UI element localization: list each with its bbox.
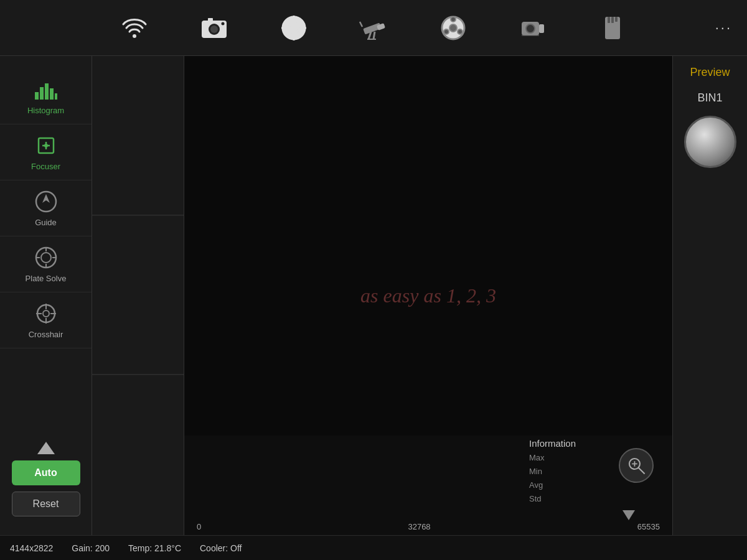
svg-point-50	[43, 310, 49, 317]
status-cooler: Cooler: Off	[200, 543, 242, 553]
chart-labels: 0 32768 65535	[184, 522, 672, 531]
plate-solve-item[interactable]: Plate Solve	[0, 236, 92, 292]
preview-label: Preview	[690, 66, 730, 79]
capture-button[interactable]	[684, 116, 736, 168]
svg-rect-33	[40, 87, 44, 100]
plate-solve-label: Plate Solve	[26, 274, 67, 283]
right-panel-bottom	[672, 436, 747, 535]
bottom-controls: Auto Reset	[0, 436, 92, 535]
more-button[interactable]: ···	[715, 20, 732, 36]
status-resolution: 4144x2822	[10, 543, 53, 553]
svg-rect-4	[208, 18, 213, 22]
svg-point-21	[451, 17, 456, 22]
svg-point-22	[458, 29, 463, 34]
status-temp: Temp: 21.8°C	[128, 543, 181, 553]
reset-button[interactable]: Reset	[12, 492, 80, 516]
viewport-watermark: as easy as 1, 2, 3	[360, 284, 496, 307]
bottom-section: Auto Reset Information Max Min Avg Std 0…	[0, 436, 747, 535]
svg-point-3	[210, 26, 218, 33]
crosshair-item[interactable]: Crosshair	[0, 292, 92, 348]
info-max: Max	[529, 451, 604, 465]
svg-point-12	[293, 26, 296, 29]
svg-point-0	[133, 34, 136, 38]
target-icon[interactable]	[279, 13, 309, 43]
svg-point-20	[449, 24, 457, 32]
info-std: Std	[529, 492, 604, 506]
svg-line-16	[374, 32, 375, 39]
svg-rect-26	[539, 24, 544, 33]
crosshair-label: Crosshair	[29, 330, 63, 339]
svg-point-23	[444, 29, 449, 34]
svg-rect-30	[611, 17, 614, 23]
focuser-item[interactable]: Focuser	[0, 124, 92, 180]
svg-point-25	[526, 24, 535, 33]
svg-marker-42	[42, 194, 50, 203]
wifi-icon[interactable]	[120, 13, 149, 43]
chart-area-bottom: Information Max Min Avg Std 0 32768 6553…	[184, 436, 672, 535]
top-toolbar: ···	[0, 0, 747, 56]
svg-rect-34	[45, 83, 49, 100]
guide-item[interactable]: Guide	[0, 180, 92, 236]
filter-wheel-icon[interactable]	[438, 13, 468, 43]
svg-point-5	[222, 22, 225, 25]
telescope-icon[interactable]	[359, 13, 388, 43]
camera-icon[interactable]	[199, 13, 229, 43]
chart-label-max: 65535	[637, 522, 660, 531]
svg-rect-32	[35, 92, 39, 100]
svg-rect-36	[55, 93, 57, 100]
slider-triangle[interactable]	[622, 510, 635, 520]
bin-label: BIN1	[697, 91, 722, 105]
zoom-button[interactable]	[619, 448, 654, 483]
chart-label-min: 0	[197, 522, 201, 531]
svg-rect-35	[50, 88, 54, 100]
auto-button[interactable]: Auto	[12, 460, 80, 485]
status-bar: 4144x2822 Gain: 200 Temp: 21.8°C Cooler:…	[0, 535, 747, 560]
info-avg: Avg	[529, 478, 604, 492]
focuser-label: Focuser	[31, 162, 60, 171]
guide-label: Guide	[35, 218, 57, 227]
info-min: Min	[529, 465, 604, 478]
svg-line-18	[360, 22, 362, 27]
svg-point-44	[41, 253, 51, 263]
status-gain: Gain: 200	[72, 543, 110, 553]
info-title: Information	[529, 438, 604, 449]
svg-line-60	[638, 467, 644, 474]
chart-label-mid: 32768	[408, 522, 430, 531]
histogram-item[interactable]: Histogram	[0, 68, 92, 124]
svg-rect-29	[608, 17, 610, 23]
svg-point-40	[44, 144, 48, 147]
histogram-label: Histogram	[27, 106, 64, 115]
increase-button[interactable]	[37, 442, 55, 454]
svg-rect-31	[615, 17, 618, 22]
sd-card-icon[interactable]	[598, 13, 627, 43]
guider-icon[interactable]	[518, 13, 548, 43]
histogram-bottom-panel	[92, 436, 184, 535]
info-panel: Information Max Min Avg Std	[529, 436, 604, 506]
